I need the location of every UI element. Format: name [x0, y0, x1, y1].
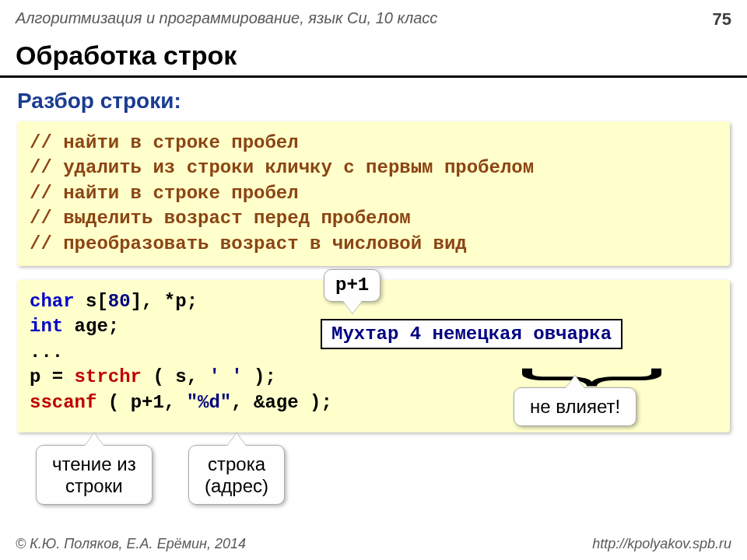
callout-addr: строка (адрес): [188, 445, 285, 505]
footer-left: © К.Ю. Поляков, Е.А. Ерёмин, 2014: [16, 536, 246, 552]
callout-line: строки: [65, 475, 123, 496]
keyword: int: [30, 316, 63, 337]
code-text: p =: [30, 366, 75, 387]
literal: 80: [108, 291, 131, 312]
func-call: strchr: [75, 366, 142, 387]
comments-box: // найти в строке пробел // удалить из с…: [17, 121, 730, 266]
comment-line: // выделить возраст перед пробелом: [30, 208, 411, 229]
code-text: age;: [63, 316, 119, 337]
page-number: 75: [713, 9, 731, 30]
slide-title: Обработка строк: [0, 36, 747, 78]
example-string: Мухтар 4 немецкая овчарка: [321, 319, 622, 349]
callout-line: строка: [208, 453, 265, 474]
callout-text: не влияет!: [530, 396, 620, 417]
literal: "%d": [187, 392, 232, 413]
slide-header: Алгоритмизация и программирование, язык …: [0, 0, 747, 36]
slide-footer: © К.Ю. Поляков, Е.А. Ерёмин, 2014 http:/…: [0, 536, 747, 552]
code-text: ...: [30, 341, 63, 362]
callout-line: чтение из: [52, 453, 136, 474]
code-text: ( p+1,: [96, 392, 186, 413]
callout-read: чтение из строки: [36, 445, 153, 505]
code-text: , &age );: [231, 392, 332, 413]
callout-ptr: p+1: [324, 269, 381, 302]
code-text: ], *p;: [131, 291, 198, 312]
callout-line: (адрес): [205, 475, 268, 496]
comment-line: // найти в строке пробел: [30, 132, 299, 153]
code-text: ( s,: [142, 366, 209, 387]
comment-line: // найти в строке пробел: [30, 183, 299, 204]
keyword: char: [30, 291, 75, 312]
example-text: Мухтар 4 немецкая овчарка: [331, 324, 612, 345]
code-text: );: [243, 366, 276, 387]
literal: ' ': [209, 366, 242, 387]
comment-line: // преобразовать возраст в числовой вид: [30, 233, 467, 254]
code-text: s[: [75, 291, 108, 312]
footer-right: http://kpolyakov.spb.ru: [592, 536, 731, 552]
callout-text: p+1: [335, 275, 369, 296]
slide-subtitle: Разбор строки:: [0, 89, 747, 121]
comment-line: // удалить из строки кличку с первым про…: [30, 157, 534, 178]
course-title: Алгоритмизация и программирование, язык …: [16, 9, 437, 30]
callout-noeffect: не влияет!: [514, 387, 637, 426]
func-call: sscanf: [30, 392, 96, 413]
